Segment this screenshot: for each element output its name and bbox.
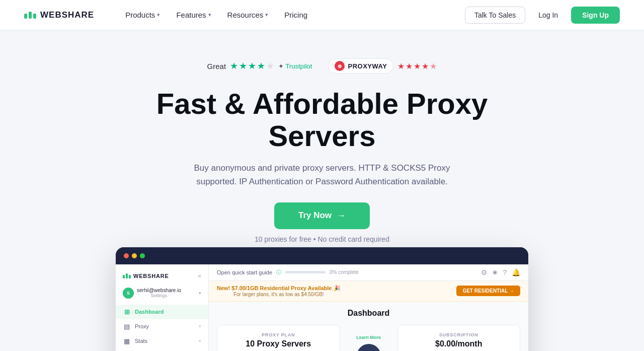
chevron-down-icon: ▾ <box>157 12 160 18</box>
dashboard-cards: PROXY PLAN 10 Proxy Servers Your proxies… <box>217 325 520 351</box>
stats-icon: ▦ <box>123 337 131 345</box>
sidebar-logo: WEBSHARE <box>123 273 169 279</box>
star-r5: ★ <box>430 61 437 71</box>
star-1: ★ <box>230 60 238 72</box>
user-info: serhii@webshare.io Settings <box>137 288 181 298</box>
talk-to-sales-button[interactable]: Talk To Sales <box>465 7 525 24</box>
arrow-right-icon: → <box>337 210 346 221</box>
hero-section: Great ★ ★ ★ ★ ★ ✦ Trustpilot ⊗ PROXYWAY … <box>0 30 644 351</box>
logo-text: WEBSHARE <box>40 10 94 20</box>
star-2: ★ <box>239 60 247 72</box>
dot-yellow <box>132 253 137 258</box>
main-content: Open quick start guide ⓘ 0% complete ⚙ ◉… <box>209 264 528 351</box>
settings-icon[interactable]: ⚙ <box>481 268 488 276</box>
star-4: ★ <box>257 60 265 72</box>
sidebar-header: WEBSHARE « <box>116 270 208 286</box>
video-area: Learn More ▶ <box>346 325 391 351</box>
star-r1: ★ <box>397 61 405 71</box>
trustpilot-rating: Great ★ ★ ★ ★ ★ ✦ Trustpilot <box>207 60 312 72</box>
chevron-down-icon: ▾ <box>208 12 211 18</box>
subscription-card: SUBSCRIPTION $0.00/month No payments due <box>397 325 521 351</box>
dashboard-title: Dashboard <box>217 309 520 318</box>
trustpilot-stars: ★ ★ ★ ★ ★ <box>230 60 274 72</box>
star-5: ★ <box>266 60 274 72</box>
try-now-button[interactable]: Try Now → <box>274 202 370 229</box>
sidebar-item-proxy[interactable]: ▤ Proxy ▾ <box>116 319 208 334</box>
quickstart-bar: Open quick start guide ⓘ 0% complete <box>217 269 359 276</box>
sidebar: WEBSHARE « S serhii@webshare.io Settings… <box>116 264 209 351</box>
logo-icon <box>24 12 36 19</box>
topbar-actions: ⚙ ◉ ? 🔔 <box>481 268 520 276</box>
proxyway-stars: ★ ★ ★ ★ ★ <box>397 61 437 71</box>
info-icon: ⓘ <box>276 269 281 276</box>
dashboard-icon: ⊞ <box>123 308 131 316</box>
star-r2: ★ <box>406 61 413 71</box>
star-r4: ★ <box>422 61 429 71</box>
titlebar <box>116 247 528 264</box>
sidebar-item-stats[interactable]: ▦ Stats ▾ <box>116 334 208 348</box>
hero-title: Fast & Affordable Proxy Servers <box>141 88 503 152</box>
user-chevron-icon: ▾ <box>199 291 201 296</box>
nav-pricing[interactable]: Pricing <box>277 7 314 23</box>
proxyway-rating: ⊗ PROXYWAY ★ ★ ★ ★ ★ <box>328 58 437 74</box>
bar2 <box>126 273 128 278</box>
bar3 <box>129 275 131 278</box>
login-button[interactable]: Log In <box>531 7 565 23</box>
dashboard-preview: WEBSHARE « S serhii@webshare.io Settings… <box>116 247 528 351</box>
nav-features[interactable]: Features ▾ <box>169 7 218 23</box>
hero-subtitle: Buy anonymous and private proxy servers.… <box>186 161 458 188</box>
logo[interactable]: WEBSHARE <box>24 10 94 20</box>
nav-products[interactable]: Products ▾ <box>118 7 167 23</box>
dot-red <box>124 253 129 258</box>
navbar: WEBSHARE Products ▾ Features ▾ Resources… <box>0 0 644 30</box>
sidebar-logo-bars <box>123 273 131 278</box>
trustpilot-logo: ✦ Trustpilot <box>278 62 312 70</box>
help-icon[interactable]: ? <box>503 268 507 276</box>
proxyway-badge: ⊗ PROXYWAY <box>328 58 393 74</box>
proxyway-icon: ⊗ <box>335 61 345 71</box>
quickstart-label[interactable]: Open quick start guide <box>217 269 272 275</box>
promo-banner: New! $7.00/1GB Residential Proxy Availab… <box>209 281 528 302</box>
bell-icon[interactable]: 🔔 <box>512 268 520 276</box>
signup-button[interactable]: Sign Up <box>571 7 620 24</box>
avatar: S <box>123 288 134 299</box>
toggle-icon[interactable]: ◉ <box>493 269 498 275</box>
chevron-down-icon: ▾ <box>199 338 201 343</box>
sidebar-collapse-icon[interactable]: « <box>198 272 201 279</box>
dashboard-body: WEBSHARE « S serhii@webshare.io Settings… <box>116 264 528 351</box>
dot-green <box>140 253 145 258</box>
nav-links: Products ▾ Features ▾ Resources ▾ Pricin… <box>118 7 465 23</box>
get-residential-button[interactable]: GET RESIDENTIAL → <box>456 286 520 296</box>
star-r3: ★ <box>414 61 421 71</box>
banner-text: New! $7.00/1GB Residential Proxy Availab… <box>217 285 341 297</box>
progress-bar <box>285 271 326 273</box>
nav-resources[interactable]: Resources ▾ <box>220 7 276 23</box>
star-3: ★ <box>248 60 256 72</box>
dashboard-content: Dashboard PROXY PLAN 10 Proxy Servers Yo… <box>209 302 528 351</box>
bar1 <box>123 275 125 278</box>
sidebar-item-dashboard[interactable]: ⊞ Dashboard <box>116 305 208 319</box>
proxy-plan-card: PROXY PLAN 10 Proxy Servers Your proxies… <box>217 325 340 351</box>
sidebar-user[interactable]: S serhii@webshare.io Settings ▾ <box>116 286 208 305</box>
hero-note: 10 proxies for free • No credit card req… <box>255 235 389 243</box>
ratings-row: Great ★ ★ ★ ★ ★ ✦ Trustpilot ⊗ PROXYWAY … <box>207 58 437 74</box>
sidebar-item-subscription[interactable]: ⊙ Subscription ▾ <box>116 348 208 351</box>
dashboard-topbar: Open quick start guide ⓘ 0% complete ⚙ ◉… <box>209 264 528 281</box>
proxy-icon: ▤ <box>123 323 131 330</box>
nav-actions: Talk To Sales Log In Sign Up <box>465 7 620 24</box>
chevron-down-icon: ▾ <box>199 324 201 329</box>
chevron-down-icon: ▾ <box>265 12 268 18</box>
play-button[interactable]: ▶ <box>357 344 381 351</box>
